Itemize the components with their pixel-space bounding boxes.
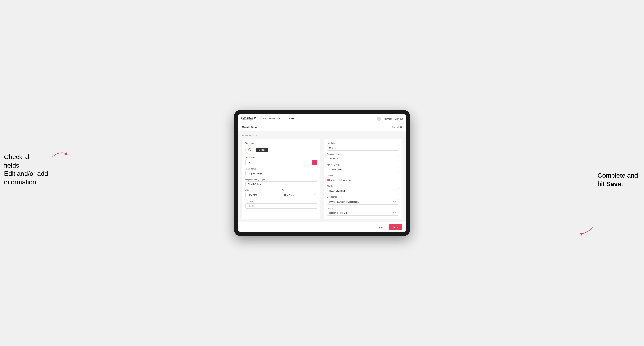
state-label: State — [282, 189, 317, 191]
form-right-column: Head Coach Assistant Coach Athletic Dire… — [324, 139, 402, 219]
conference-select[interactable]: University Athletic Association ✕ ⌃ — [327, 199, 399, 204]
modal-header: Create Team Cancel ✕ — [238, 123, 406, 131]
arrow-left-icon — [51, 149, 69, 159]
display-name-input[interactable] — [245, 181, 317, 187]
gender-radio-group: Mens Womens — [327, 177, 399, 183]
state-field-group: State New York ✕ ⌃ — [282, 189, 317, 198]
team-name-group: Team name — [245, 168, 317, 176]
head-coach-label: Head Coach — [327, 142, 399, 145]
division-label: Division — [327, 185, 399, 187]
team-logo-group: Team logo C Upload — [245, 142, 317, 154]
zip-input[interactable] — [245, 203, 317, 209]
team-name-input[interactable] — [245, 171, 317, 176]
zip-label: Zip code — [245, 200, 317, 202]
annotation-right: Complete and hit Save. — [598, 172, 638, 188]
form-grid: Team logo C Upload Team colour — [242, 139, 402, 219]
team-name-label: Team name — [245, 168, 317, 170]
state-chevron-icon: ⌃ — [314, 194, 315, 196]
tablet-device: SCOREBOARD Powered by clippd TOURNAMENTS… — [234, 110, 410, 236]
region-chevron-icon: ⌃ — [395, 212, 397, 214]
conference-clear-icon[interactable]: ✕ — [392, 200, 394, 203]
sign-out-link[interactable]: Sign out — [394, 118, 403, 120]
womens-radio-button[interactable] — [339, 179, 342, 181]
tablet-screen: SCOREBOARD Powered by clippd TOURNAMENTS… — [238, 114, 406, 232]
gender-mens-option[interactable]: Mens — [327, 179, 336, 181]
colour-row — [245, 160, 317, 165]
display-name-group: Display name (unique) — [245, 178, 317, 187]
conference-label: Conference — [327, 196, 399, 198]
athletic-director-group: Athletic Director — [327, 164, 399, 172]
modal-title: Create Team — [242, 126, 258, 129]
division-group: Division NCAA Division III ▾ — [327, 185, 399, 193]
athletic-director-input[interactable] — [327, 167, 399, 172]
region-label: Region — [327, 207, 399, 209]
head-coach-group: Head Coach — [327, 142, 399, 151]
save-button[interactable]: Save — [389, 224, 402, 230]
annotation-left: Check all fields. Edit and/or add inform… — [4, 153, 48, 186]
state-clear-icon[interactable]: ✕ — [310, 194, 312, 196]
assistant-coach-label: Assistant Coach — [327, 153, 399, 155]
region-value: Region II - (M) DIII — [329, 212, 392, 214]
arrow-right-icon — [577, 225, 596, 237]
gender-womens-option[interactable]: Womens — [339, 179, 352, 181]
avatar — [377, 117, 381, 121]
nav-right: Test User | Sign out — [377, 117, 403, 121]
city-state-row: City State New York ✕ ⌃ — [245, 189, 317, 198]
gender-group: Gender Mens Womens — [327, 174, 399, 183]
logo-circle: C — [245, 145, 254, 154]
modal-footer: Cancel Save — [238, 222, 406, 232]
city-label: City — [245, 189, 280, 191]
logo-row: C Upload — [245, 145, 317, 154]
nav-tab-teams[interactable]: TEAMS — [284, 114, 297, 123]
cancel-button[interactable]: Cancel — [376, 225, 387, 229]
nav-tabs: TOURNAMENTS TEAMS — [260, 114, 377, 123]
division-select[interactable]: NCAA Division III — [327, 188, 399, 193]
close-icon[interactable]: ✕ — [400, 126, 402, 129]
athletic-director-label: Athletic Director — [327, 164, 399, 166]
assistant-coach-group: Assistant Coach — [327, 153, 399, 161]
division-select-wrapper: NCAA Division III ▾ — [327, 188, 399, 193]
region-select[interactable]: Region II - (M) DIII ✕ ⌃ — [327, 210, 399, 216]
conference-chevron-icon: ⌃ — [395, 201, 397, 203]
app-logo: SCOREBOARD Powered by clippd — [241, 117, 256, 121]
nav-tab-tournaments[interactable]: TOURNAMENTS — [260, 114, 284, 123]
zip-code-group: Zip code — [245, 200, 317, 209]
womens-label: Womens — [343, 179, 352, 181]
main-content: Create Team Cancel ✕ TEAM DETAILS Team l… — [238, 123, 406, 232]
state-select[interactable]: New York ✕ ⌃ — [282, 192, 317, 198]
form-left-column: Team logo C Upload Team colour — [242, 139, 320, 219]
team-logo-label: Team logo — [245, 142, 317, 145]
region-clear-icon[interactable]: ✕ — [392, 211, 394, 214]
team-colour-group: Team colour — [245, 157, 317, 165]
modal-body: TEAM DETAILS Team logo C Upload — [238, 131, 406, 222]
conference-value: University Athletic Association — [329, 200, 392, 203]
display-name-label: Display name (unique) — [245, 178, 317, 181]
conference-group: Conference University Athletic Associati… — [327, 196, 399, 204]
head-coach-input[interactable] — [327, 145, 399, 151]
team-colour-label: Team colour — [245, 157, 317, 159]
user-label: Test User | — [382, 118, 393, 120]
mens-label: Mens — [331, 179, 336, 181]
city-field-group: City — [245, 189, 280, 198]
city-state-group: City State New York ✕ ⌃ — [245, 189, 317, 198]
section-label: TEAM DETAILS — [242, 135, 402, 137]
modal-cancel-header[interactable]: Cancel ✕ — [392, 126, 402, 129]
state-value: New York — [284, 194, 310, 196]
navigation-bar: SCOREBOARD Powered by clippd TOURNAMENTS… — [238, 114, 406, 123]
svg-marker-1 — [580, 233, 583, 235]
colour-swatch — [312, 160, 317, 165]
region-group: Region Region II - (M) DIII ✕ ⌃ — [327, 207, 399, 216]
assistant-coach-input[interactable] — [327, 156, 399, 161]
upload-button[interactable]: Upload — [256, 148, 268, 152]
city-input[interactable] — [245, 192, 280, 197]
team-colour-input[interactable] — [245, 160, 310, 165]
mens-radio-button[interactable] — [327, 179, 330, 181]
gender-label: Gender — [327, 174, 399, 177]
